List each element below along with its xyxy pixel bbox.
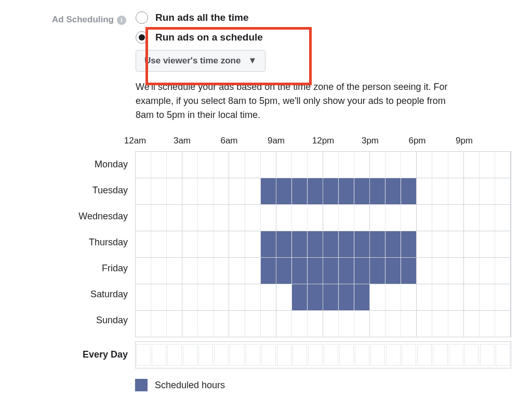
- schedule-cell[interactable]: [480, 258, 495, 284]
- schedule-cell[interactable]: [292, 311, 308, 337]
- schedule-cell[interactable]: [339, 205, 354, 231]
- schedule-cell[interactable]: [480, 311, 495, 337]
- every-day-cell[interactable]: [464, 344, 479, 366]
- schedule-cell[interactable]: [182, 311, 198, 337]
- schedule-cell[interactable]: [370, 311, 385, 337]
- schedule-cell[interactable]: [448, 231, 464, 257]
- schedule-cell[interactable]: [448, 178, 464, 204]
- schedule-cell[interactable]: [276, 205, 292, 231]
- schedule-cell[interactable]: [448, 311, 464, 337]
- schedule-cell[interactable]: [229, 231, 245, 257]
- schedule-cell[interactable]: [292, 284, 308, 310]
- schedule-cell[interactable]: [229, 205, 245, 231]
- every-day-cell[interactable]: [370, 344, 385, 366]
- every-day-cell[interactable]: [277, 344, 291, 366]
- every-day-cell[interactable]: [152, 344, 166, 366]
- schedule-cell[interactable]: [214, 231, 229, 257]
- schedule-cell[interactable]: [480, 152, 495, 178]
- schedule-cell[interactable]: [167, 178, 182, 204]
- schedule-cell[interactable]: [354, 284, 370, 310]
- schedule-cell[interactable]: [308, 284, 323, 310]
- schedule-cell[interactable]: [214, 311, 229, 337]
- schedule-cell[interactable]: [385, 258, 401, 284]
- schedule-cell[interactable]: [198, 311, 214, 337]
- every-day-cell[interactable]: [136, 344, 151, 366]
- schedule-cell[interactable]: [401, 311, 417, 337]
- schedule-cell[interactable]: [464, 284, 480, 310]
- schedule-cell[interactable]: [136, 205, 151, 231]
- schedule-cell[interactable]: [354, 231, 370, 257]
- schedule-cell[interactable]: [308, 152, 323, 178]
- schedule-cell[interactable]: [417, 231, 432, 257]
- schedule-cell[interactable]: [385, 152, 401, 178]
- schedule-cell[interactable]: [245, 311, 261, 337]
- schedule-cell[interactable]: [354, 178, 370, 204]
- schedule-cell[interactable]: [323, 231, 339, 257]
- schedule-cell[interactable]: [198, 178, 214, 204]
- schedule-cell[interactable]: [370, 178, 385, 204]
- schedule-cell[interactable]: [182, 284, 198, 310]
- schedule-cell[interactable]: [385, 311, 401, 337]
- schedule-cell[interactable]: [339, 178, 354, 204]
- every-day-cell[interactable]: [433, 344, 447, 366]
- schedule-cell[interactable]: [339, 284, 354, 310]
- schedule-cell[interactable]: [136, 178, 151, 204]
- schedule-cell[interactable]: [214, 258, 229, 284]
- schedule-cell[interactable]: [323, 284, 339, 310]
- schedule-cell[interactable]: [261, 284, 276, 310]
- schedule-cell[interactable]: [370, 231, 385, 257]
- schedule-cell[interactable]: [495, 311, 511, 337]
- schedule-cell[interactable]: [354, 258, 370, 284]
- schedule-cell[interactable]: [292, 205, 308, 231]
- every-day-cell[interactable]: [402, 344, 416, 366]
- every-day-cell[interactable]: [214, 344, 229, 366]
- schedule-cell[interactable]: [480, 178, 495, 204]
- schedule-cell[interactable]: [432, 178, 448, 204]
- schedule-cell[interactable]: [292, 231, 308, 257]
- schedule-cell[interactable]: [370, 284, 385, 310]
- schedule-cell[interactable]: [261, 178, 276, 204]
- schedule-cell[interactable]: [214, 205, 229, 231]
- schedule-cell[interactable]: [182, 231, 198, 257]
- schedule-cell[interactable]: [448, 284, 464, 310]
- schedule-cell[interactable]: [464, 152, 480, 178]
- schedule-cell[interactable]: [151, 284, 167, 310]
- schedule-cell[interactable]: [417, 284, 432, 310]
- schedule-cell[interactable]: [198, 205, 214, 231]
- schedule-cell[interactable]: [417, 178, 432, 204]
- schedule-cell[interactable]: [261, 258, 276, 284]
- schedule-cell[interactable]: [136, 284, 151, 310]
- schedule-cell[interactable]: [370, 258, 385, 284]
- schedule-cell[interactable]: [136, 152, 151, 178]
- every-day-cell[interactable]: [183, 344, 197, 366]
- schedule-cell[interactable]: [385, 178, 401, 204]
- schedule-cell[interactable]: [401, 205, 417, 231]
- every-day-cell[interactable]: [167, 344, 182, 366]
- schedule-cell[interactable]: [245, 284, 261, 310]
- schedule-cell[interactable]: [167, 258, 182, 284]
- schedule-cell[interactable]: [401, 258, 417, 284]
- schedule-cell[interactable]: [167, 231, 182, 257]
- schedule-cell[interactable]: [339, 258, 354, 284]
- schedule-cell[interactable]: [495, 258, 511, 284]
- schedule-cell[interactable]: [292, 258, 308, 284]
- schedule-cell[interactable]: [464, 178, 480, 204]
- every-day-cell[interactable]: [230, 344, 244, 366]
- schedule-cell[interactable]: [432, 258, 448, 284]
- schedule-cell[interactable]: [354, 205, 370, 231]
- schedule-cell[interactable]: [151, 311, 167, 337]
- schedule-cell[interactable]: [495, 231, 511, 257]
- schedule-cell[interactable]: [229, 152, 245, 178]
- schedule-cell[interactable]: [276, 178, 292, 204]
- schedule-cell[interactable]: [198, 258, 214, 284]
- schedule-cell[interactable]: [339, 231, 354, 257]
- schedule-cell[interactable]: [354, 152, 370, 178]
- schedule-cell[interactable]: [229, 284, 245, 310]
- schedule-cell[interactable]: [354, 311, 370, 337]
- schedule-cell[interactable]: [182, 152, 198, 178]
- schedule-cell[interactable]: [151, 205, 167, 231]
- every-day-cell[interactable]: [292, 344, 307, 366]
- every-day-cell[interactable]: [261, 344, 276, 366]
- schedule-cell[interactable]: [151, 152, 167, 178]
- schedule-cell[interactable]: [292, 152, 308, 178]
